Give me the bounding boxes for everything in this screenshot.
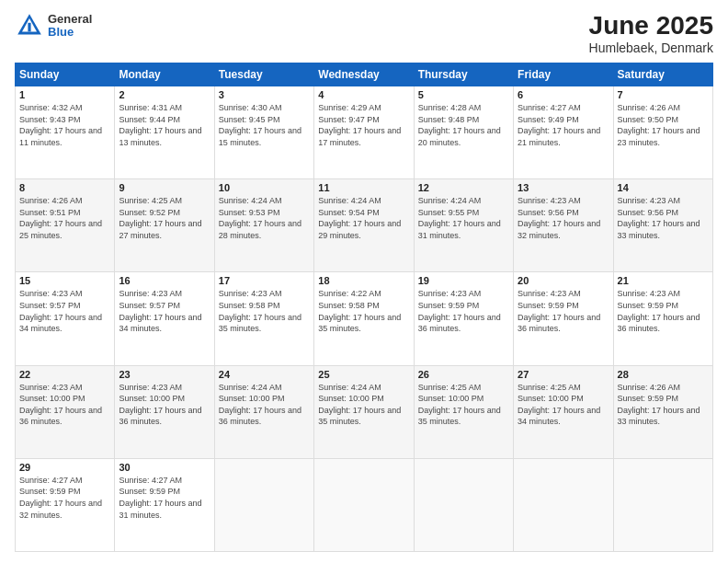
day-info: Sunrise: 4:23 AM Sunset: 9:57 PM Dayligh… <box>19 288 110 334</box>
day-info: Sunrise: 4:26 AM Sunset: 9:50 PM Dayligh… <box>618 102 709 148</box>
sunrise-label: Sunrise: 4:24 AM <box>219 196 282 205</box>
daylight-label: Daylight: 17 hours and 32 minutes. <box>19 499 102 520</box>
table-row: 19 Sunrise: 4:23 AM Sunset: 9:59 PM Dayl… <box>414 272 513 365</box>
daylight-label: Daylight: 17 hours and 33 minutes. <box>618 219 700 240</box>
table-row <box>214 458 313 551</box>
day-number: 18 <box>318 275 409 286</box>
table-row <box>514 458 613 551</box>
sunset-label: Sunset: 9:54 PM <box>318 208 380 217</box>
daylight-label: Daylight: 17 hours and 36 minutes. <box>19 406 102 427</box>
sunset-label: Sunset: 9:52 PM <box>119 208 180 217</box>
title-section: June 2025 Humlebaek, Denmark <box>589 11 713 55</box>
day-number: 3 <box>219 89 310 100</box>
day-info: Sunrise: 4:24 AM Sunset: 9:53 PM Dayligh… <box>219 195 310 241</box>
day-info: Sunrise: 4:27 AM Sunset: 9:49 PM Dayligh… <box>518 102 609 148</box>
calendar-subtitle: Humlebaek, Denmark <box>589 40 713 55</box>
sunrise-label: Sunrise: 4:23 AM <box>119 289 182 298</box>
day-number: 23 <box>119 369 210 380</box>
daylight-label: Daylight: 17 hours and 15 minutes. <box>219 126 301 147</box>
sunset-label: Sunset: 9:56 PM <box>618 208 679 217</box>
sunrise-label: Sunrise: 4:23 AM <box>518 196 581 205</box>
sunset-label: Sunset: 9:48 PM <box>418 115 480 124</box>
sunrise-label: Sunrise: 4:26 AM <box>618 383 681 392</box>
sunrise-label: Sunrise: 4:24 AM <box>219 383 282 392</box>
sunrise-label: Sunrise: 4:27 AM <box>518 103 581 112</box>
day-number: 26 <box>418 369 509 380</box>
day-info: Sunrise: 4:27 AM Sunset: 9:59 PM Dayligh… <box>119 475 210 521</box>
sunrise-label: Sunrise: 4:28 AM <box>418 103 482 112</box>
sunset-label: Sunset: 10:00 PM <box>19 394 85 403</box>
sunset-label: Sunset: 9:44 PM <box>119 115 180 124</box>
sunrise-label: Sunrise: 4:29 AM <box>318 103 381 112</box>
table-row: 13 Sunrise: 4:23 AM Sunset: 9:56 PM Dayl… <box>514 179 613 272</box>
table-row: 30 Sunrise: 4:27 AM Sunset: 9:59 PM Dayl… <box>115 458 214 551</box>
sunrise-label: Sunrise: 4:25 AM <box>518 383 581 392</box>
sunset-label: Sunset: 9:58 PM <box>219 301 280 310</box>
daylight-label: Daylight: 17 hours and 21 minutes. <box>518 126 600 147</box>
day-number: 2 <box>119 89 210 100</box>
day-number: 17 <box>219 275 310 286</box>
sunrise-label: Sunrise: 4:22 AM <box>318 289 381 298</box>
sunrise-label: Sunrise: 4:31 AM <box>119 103 182 112</box>
header-saturday: Saturday <box>613 63 712 86</box>
day-number: 19 <box>418 275 509 286</box>
table-row: 22 Sunrise: 4:23 AM Sunset: 10:00 PM Day… <box>16 365 115 458</box>
sunset-label: Sunset: 10:00 PM <box>219 394 285 403</box>
table-row <box>414 458 513 551</box>
day-number: 21 <box>618 275 709 286</box>
sunset-label: Sunset: 9:59 PM <box>618 301 679 310</box>
day-number: 6 <box>518 89 609 100</box>
sunrise-label: Sunrise: 4:32 AM <box>19 103 83 112</box>
daylight-label: Daylight: 17 hours and 36 minutes. <box>119 406 201 427</box>
logo-blue: Blue <box>48 26 92 39</box>
daylight-label: Daylight: 17 hours and 11 minutes. <box>19 126 102 147</box>
calendar-week-row: 22 Sunrise: 4:23 AM Sunset: 10:00 PM Day… <box>16 365 713 458</box>
day-number: 9 <box>119 182 210 193</box>
table-row: 16 Sunrise: 4:23 AM Sunset: 9:57 PM Dayl… <box>115 272 214 365</box>
sunset-label: Sunset: 9:56 PM <box>518 208 579 217</box>
day-info: Sunrise: 4:26 AM Sunset: 9:59 PM Dayligh… <box>618 382 709 428</box>
day-info: Sunrise: 4:24 AM Sunset: 10:00 PM Daylig… <box>318 382 409 428</box>
table-row: 11 Sunrise: 4:24 AM Sunset: 9:54 PM Dayl… <box>314 179 414 272</box>
calendar-week-row: 8 Sunrise: 4:26 AM Sunset: 9:51 PM Dayli… <box>16 179 713 272</box>
sunset-label: Sunset: 9:59 PM <box>618 394 679 403</box>
day-info: Sunrise: 4:24 AM Sunset: 10:00 PM Daylig… <box>219 382 310 428</box>
daylight-label: Daylight: 17 hours and 31 minutes. <box>418 219 501 240</box>
sunset-label: Sunset: 10:00 PM <box>318 394 384 403</box>
table-row: 17 Sunrise: 4:23 AM Sunset: 9:58 PM Dayl… <box>214 272 313 365</box>
daylight-label: Daylight: 17 hours and 25 minutes. <box>19 219 102 240</box>
day-info: Sunrise: 4:23 AM Sunset: 9:56 PM Dayligh… <box>518 195 609 241</box>
table-row: 21 Sunrise: 4:23 AM Sunset: 9:59 PM Dayl… <box>613 272 712 365</box>
sunset-label: Sunset: 9:50 PM <box>618 115 679 124</box>
day-number: 29 <box>19 462 110 473</box>
day-info: Sunrise: 4:24 AM Sunset: 9:55 PM Dayligh… <box>418 195 509 241</box>
table-row: 6 Sunrise: 4:27 AM Sunset: 9:49 PM Dayli… <box>514 86 613 179</box>
table-row: 9 Sunrise: 4:25 AM Sunset: 9:52 PM Dayli… <box>115 179 214 272</box>
sunset-label: Sunset: 10:00 PM <box>518 394 584 403</box>
day-info: Sunrise: 4:23 AM Sunset: 9:58 PM Dayligh… <box>219 288 310 334</box>
day-info: Sunrise: 4:29 AM Sunset: 9:47 PM Dayligh… <box>318 102 409 148</box>
sunrise-label: Sunrise: 4:24 AM <box>418 196 482 205</box>
sunset-label: Sunset: 9:51 PM <box>19 208 81 217</box>
sunset-label: Sunset: 9:59 PM <box>518 301 579 310</box>
daylight-label: Daylight: 17 hours and 35 minutes. <box>318 406 401 427</box>
table-row: 15 Sunrise: 4:23 AM Sunset: 9:57 PM Dayl… <box>16 272 115 365</box>
sunrise-label: Sunrise: 4:23 AM <box>19 289 83 298</box>
day-info: Sunrise: 4:23 AM Sunset: 9:59 PM Dayligh… <box>518 288 609 334</box>
sunset-label: Sunset: 9:47 PM <box>318 115 380 124</box>
sunset-label: Sunset: 9:57 PM <box>119 301 180 310</box>
daylight-label: Daylight: 17 hours and 34 minutes. <box>119 313 201 334</box>
day-info: Sunrise: 4:25 AM Sunset: 10:00 PM Daylig… <box>418 382 509 428</box>
sunrise-label: Sunrise: 4:25 AM <box>418 383 482 392</box>
day-number: 5 <box>418 89 509 100</box>
sunset-label: Sunset: 9:53 PM <box>219 208 280 217</box>
daylight-label: Daylight: 17 hours and 20 minutes. <box>418 126 501 147</box>
day-number: 12 <box>418 182 509 193</box>
table-row: 27 Sunrise: 4:25 AM Sunset: 10:00 PM Day… <box>514 365 613 458</box>
day-info: Sunrise: 4:22 AM Sunset: 9:58 PM Dayligh… <box>318 288 409 334</box>
sunrise-label: Sunrise: 4:23 AM <box>219 289 282 298</box>
day-info: Sunrise: 4:26 AM Sunset: 9:51 PM Dayligh… <box>19 195 110 241</box>
day-number: 10 <box>219 182 310 193</box>
daylight-label: Daylight: 17 hours and 32 minutes. <box>518 219 600 240</box>
table-row: 4 Sunrise: 4:29 AM Sunset: 9:47 PM Dayli… <box>314 86 414 179</box>
